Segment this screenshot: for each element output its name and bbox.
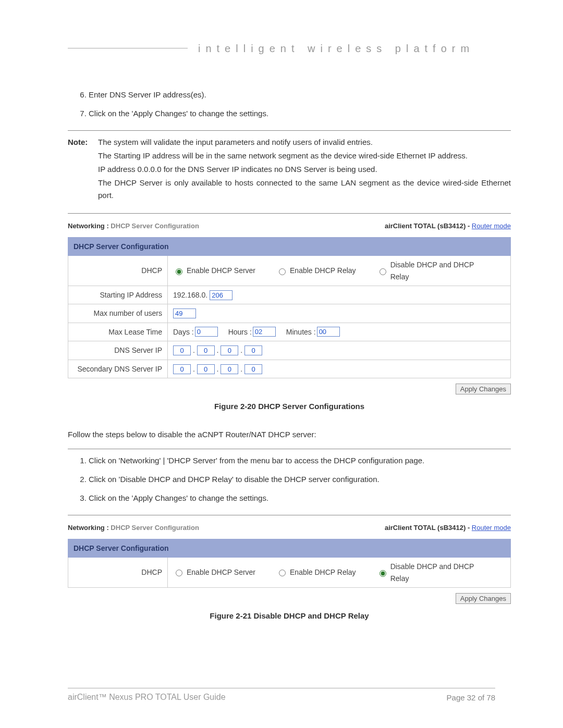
- row-label-dns: DNS Server IP: [68, 341, 168, 360]
- dns-oct2[interactable]: [197, 346, 215, 355]
- row-label-dhcp: DHCP: [68, 256, 168, 286]
- router-mode-link[interactable]: Router mode: [472, 222, 511, 230]
- steps-continued: Enter DNS Server IP address(es). Click o…: [89, 89, 511, 120]
- figure2-breadcrumb: Networking : DHCP Server Configuration a…: [68, 523, 511, 534]
- sep: -: [466, 222, 472, 230]
- lease-days-input[interactable]: [195, 327, 218, 337]
- note-line: The Starting IP address will be in the s…: [98, 150, 511, 162]
- radio-label: Enable DHCP Relay: [290, 566, 356, 578]
- row-label-dhcp: DHCP: [68, 558, 168, 588]
- divider: [68, 449, 511, 449]
- radio-enable-dhcp-relay[interactable]: Enable DHCP Relay: [276, 566, 356, 578]
- divider: [68, 515, 511, 515]
- breadcrumb-sub: DHCP Server Configuration: [111, 222, 199, 230]
- dns-oct4[interactable]: [244, 346, 262, 355]
- step-text: Click on the 'Apply Changes' to change t…: [89, 493, 268, 502]
- radio-label: Enable DHCP Server: [187, 566, 255, 578]
- lease-hours-input[interactable]: [253, 327, 276, 337]
- page-number: Page 32 of 78: [447, 693, 495, 702]
- dns2-oct2[interactable]: [197, 364, 215, 374]
- starting-ip-prefix: 192.168.0.: [173, 291, 207, 299]
- radio-label: Enable DHCP Relay: [290, 265, 356, 276]
- breadcrumb-sub: DHCP Server Configuration: [111, 524, 199, 532]
- figure1-breadcrumb: Networking : DHCP Server Configuration a…: [68, 221, 511, 232]
- row-label-max-users: Max number of users: [68, 304, 168, 323]
- radio-disable-dhcp[interactable]: Disable DHCP and DHCP Relay: [377, 561, 481, 584]
- divider: [68, 213, 511, 214]
- note-line: IP address 0.0.0.0 for the DNS Server IP…: [98, 163, 511, 176]
- device-name: airClient TOTAL (sB3412): [385, 524, 466, 532]
- figure2-caption: Figure 2-21 Disable DHCP and DHCP Relay: [68, 610, 511, 622]
- table-header: DHCP Server Configuration: [68, 539, 511, 557]
- breadcrumb-prefix: Networking :: [68, 524, 109, 532]
- radio-label: Disable DHCP and DHCP Relay: [390, 561, 481, 584]
- row-label-starting-ip: Starting IP Address: [68, 286, 168, 304]
- device-name: airClient TOTAL (sB3412): [385, 222, 466, 230]
- figure1-caption: Figure 2-20 DHCP Server Configurations: [68, 400, 511, 413]
- breadcrumb-prefix: Networking :: [68, 222, 109, 230]
- disable-intro: Follow the steps below to disable the aC…: [68, 428, 511, 441]
- note-line: The system will validate the input param…: [98, 136, 511, 149]
- step-text: Click on 'Disable DHCP and DHCP Relay' t…: [89, 475, 380, 484]
- sep: -: [466, 524, 472, 532]
- step-text: Click on the 'Apply Changes' to change t…: [89, 109, 268, 118]
- row-label-dns2: Secondary DNS Server IP: [68, 360, 168, 378]
- step-text: Enter DNS Server IP address(es).: [89, 90, 206, 99]
- page-footer: airClient™ Nexus PRO TOTAL User Guide Pa…: [68, 688, 495, 702]
- lease-minutes-input[interactable]: [317, 327, 340, 337]
- disable-step-3: Click on the 'Apply Changes' to change t…: [89, 492, 511, 504]
- radio-label: Enable DHCP Server: [187, 265, 255, 276]
- apply-changes-button[interactable]: Apply Changes: [456, 384, 511, 394]
- disable-steps: Click on 'Networking' | 'DHCP Server' fr…: [89, 454, 511, 504]
- note-block: Note: The system will validate the input…: [68, 136, 511, 203]
- divider: [68, 130, 511, 131]
- row-label-max-lease: Max Lease Time: [68, 323, 168, 341]
- step-text: Click on 'Networking' | 'DHCP Server' fr…: [89, 456, 424, 465]
- dhcp-config-table: DHCP Server Configuration DHCP Enable DH…: [68, 237, 511, 378]
- note-text: The system will validate the input param…: [98, 136, 511, 203]
- radio-label: Disable DHCP and DHCP Relay: [390, 259, 481, 282]
- lease-hours-label: Hours :: [228, 326, 252, 338]
- apply-changes-button[interactable]: Apply Changes: [456, 593, 511, 604]
- step-6: Enter DNS Server IP address(es).: [89, 89, 511, 101]
- note-label: Note:: [68, 136, 98, 203]
- table-header: DHCP Server Configuration: [68, 237, 511, 255]
- dns2-oct1[interactable]: [173, 364, 191, 374]
- max-users-input[interactable]: [173, 309, 196, 318]
- header-tagline: intelligent wireless platform: [188, 43, 495, 55]
- starting-ip-input[interactable]: [210, 290, 232, 300]
- dns-oct3[interactable]: [221, 346, 238, 355]
- router-mode-link[interactable]: Router mode: [472, 524, 511, 532]
- radio-enable-dhcp-server[interactable]: Enable DHCP Server: [173, 566, 255, 578]
- dns2-oct4[interactable]: [244, 364, 262, 374]
- dhcp-config-table-2: DHCP Server Configuration DHCP Enable DH…: [68, 539, 511, 588]
- note-line: The DHCP Server is only available to hos…: [98, 177, 511, 202]
- step-7: Click on the 'Apply Changes' to change t…: [89, 107, 511, 120]
- disable-step-1: Click on 'Networking' | 'DHCP Server' fr…: [89, 454, 511, 467]
- dns2-oct3[interactable]: [221, 364, 238, 374]
- lease-minutes-label: Minutes :: [286, 326, 316, 338]
- radio-enable-dhcp-server[interactable]: Enable DHCP Server: [173, 265, 255, 276]
- dns-oct1[interactable]: [173, 346, 191, 355]
- radio-enable-dhcp-relay[interactable]: Enable DHCP Relay: [276, 265, 356, 276]
- lease-days-label: Days :: [173, 326, 194, 338]
- disable-step-2: Click on 'Disable DHCP and DHCP Relay' t…: [89, 473, 511, 486]
- footer-title: airClient™ Nexus PRO TOTAL User Guide: [68, 693, 226, 702]
- radio-disable-dhcp[interactable]: Disable DHCP and DHCP Relay: [377, 259, 481, 282]
